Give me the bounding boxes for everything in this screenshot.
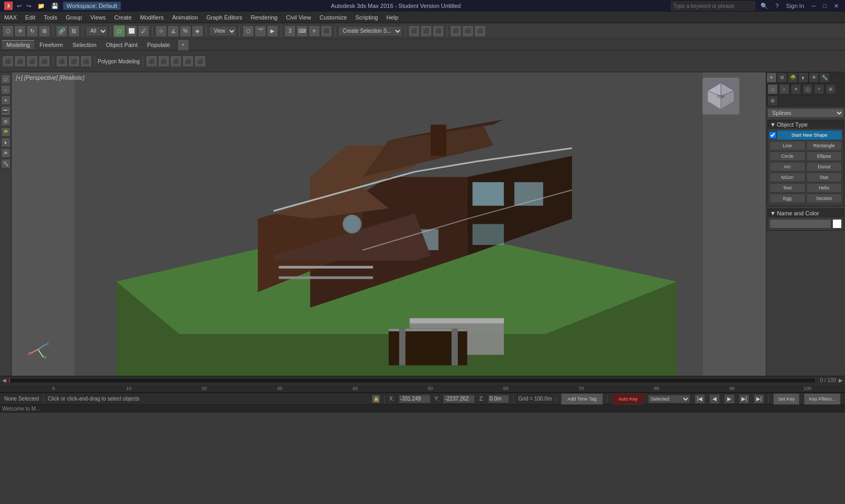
pm-btn10[interactable]: ⬛ [170, 55, 182, 67]
btn-egg[interactable]: Egg [769, 194, 805, 203]
hierarchy-btn[interactable]: ⬛ [433, 25, 444, 37]
pm-btn6[interactable]: ⬛ [68, 55, 80, 67]
play-btn[interactable]: ▶ [724, 394, 735, 404]
percent-snap-btn[interactable]: % [180, 25, 191, 37]
modify-btn[interactable]: ⚙ [1, 117, 11, 126]
create-cameras-btn[interactable]: 📷 [1, 106, 11, 116]
pm-btn1[interactable]: ⬛ [2, 55, 14, 67]
maximize-button[interactable]: □ [821, 2, 829, 9]
tab-populate[interactable]: Populate [143, 41, 174, 49]
snap-3d-btn[interactable]: ⊹ [155, 25, 167, 37]
name-color-header[interactable]: ▼ Name and Color [768, 209, 843, 217]
mirror-btn[interactable]: ⬛ [408, 25, 420, 37]
unlink-btn[interactable]: ⛓ [68, 25, 80, 37]
pm-btn8[interactable]: ⬛ [146, 55, 157, 67]
help-button[interactable]: ? [773, 2, 781, 9]
rp-shapes-icon[interactable]: ○ [779, 84, 790, 94]
next-frame-btn[interactable]: ▶| [739, 394, 749, 404]
menu-animation[interactable]: Animation [168, 13, 202, 22]
pm-btn2[interactable]: ⬛ [14, 55, 26, 67]
select-paint-btn[interactable]: 🖊 [138, 25, 149, 37]
auto-key-btn[interactable]: Auto Key [612, 393, 644, 405]
y-input[interactable] [443, 395, 475, 403]
selected-dropdown[interactable]: Selected [648, 395, 690, 403]
menu-civil-view[interactable]: Civil View [281, 13, 315, 22]
go-start-btn[interactable]: |◀ [694, 394, 705, 404]
material-editor-btn[interactable]: ⬡ [242, 25, 254, 37]
render-setup-btn[interactable]: 🎬 [255, 25, 266, 37]
tab-object-paint[interactable]: Object Paint [102, 41, 142, 49]
z-input[interactable] [488, 395, 509, 403]
select-mode-btn[interactable]: ◻ [114, 25, 125, 37]
spinner-snap-btn[interactable]: ◈ [192, 25, 203, 37]
view-dropdown[interactable]: View [209, 26, 237, 36]
rp-tab-motion[interactable]: ⏵ [798, 72, 809, 83]
menu-tools[interactable]: Tools [40, 13, 62, 22]
pm-btn7[interactable]: ⬛ [80, 55, 92, 67]
schematic-btn[interactable]: ⬛ [474, 25, 486, 37]
btn-donut[interactable]: Donut [806, 162, 842, 172]
menu-help[interactable]: Help [382, 13, 403, 22]
filter-dropdown[interactable]: All [86, 26, 108, 36]
btn-text[interactable]: Text [769, 183, 805, 193]
pm-btn12[interactable]: ⬛ [194, 55, 206, 67]
search-input[interactable] [671, 1, 755, 11]
menu-scripting[interactable]: Scripting [351, 13, 382, 22]
create-geometry-btn[interactable]: ⬡ [1, 74, 11, 84]
prev-frame-btn[interactable]: ◀ [709, 394, 720, 404]
save-button[interactable]: 💾 [49, 2, 61, 10]
btn-circle[interactable]: Circle [769, 151, 805, 161]
rp-geometry-icon[interactable]: ◇ [767, 84, 778, 94]
menu-rendering[interactable]: Rendering [247, 13, 282, 22]
move-btn[interactable]: ✛ [14, 25, 26, 37]
utility-btn[interactable]: 🔧 [1, 159, 11, 168]
viewport[interactable]: [+] [Perspective] [Realistic] [12, 72, 766, 376]
search-button[interactable]: 🔍 [758, 2, 770, 10]
keying-btn[interactable]: ⌨ [296, 25, 308, 37]
menu-customize[interactable]: Customize [315, 13, 351, 22]
extra-subtb-btn[interactable]: + [177, 39, 189, 51]
btn-ngon[interactable]: NGon [769, 173, 805, 182]
angle-snap-btn[interactable]: ∡ [167, 25, 179, 37]
timeline-track[interactable] [8, 378, 815, 383]
menu-max[interactable]: MAX [0, 13, 21, 22]
undo-button[interactable]: ↩ [15, 2, 24, 10]
pm-btn5[interactable]: ⬛ [56, 55, 68, 67]
display-btn[interactable]: 👁 [1, 148, 11, 158]
menu-group[interactable]: Group [62, 13, 87, 22]
add-time-tag-btn[interactable]: Add Time Tag [561, 393, 603, 405]
open-file-button[interactable]: 📁 [35, 2, 47, 10]
rp-helpers-icon[interactable]: + [814, 84, 824, 94]
timeline-right-arrow[interactable]: ▶ [839, 377, 843, 383]
rotate-btn[interactable]: ↻ [26, 25, 38, 37]
rp-lights-icon[interactable]: ☀ [791, 84, 801, 94]
tab-selection[interactable]: Selection [68, 41, 100, 49]
btn-section[interactable]: Section [806, 194, 842, 203]
minimize-button[interactable]: ─ [810, 2, 818, 9]
motion-btn[interactable]: ⏵ [1, 138, 11, 147]
workspace-selector[interactable]: Workspace: Default [63, 2, 121, 10]
menu-edit[interactable]: Edit [21, 13, 40, 22]
splines-dropdown[interactable]: Splines [767, 108, 844, 118]
anim2-btn[interactable]: ⬛ [321, 25, 332, 37]
hierarchy-btn2[interactable]: 🌳 [1, 127, 11, 137]
sign-in-button[interactable]: Sign In [784, 2, 806, 9]
align-btn[interactable]: ⬛ [420, 25, 432, 37]
menu-views[interactable]: Views [86, 13, 110, 22]
rp-tab-hierarchy[interactable]: 🌳 [787, 72, 798, 83]
link-btn[interactable]: 🔗 [56, 25, 68, 37]
rp-tab-create[interactable]: ✦ [766, 72, 777, 83]
tab-modeling[interactable]: Modeling [2, 40, 34, 49]
btn-line[interactable]: Line [769, 141, 805, 150]
create-lights-btn[interactable]: ☀ [1, 96, 11, 105]
btn-arc[interactable]: Arc [769, 162, 805, 172]
navigation-cube[interactable]: TOP [702, 78, 739, 115]
close-button[interactable]: ✕ [832, 2, 841, 10]
rp-spacewarps-icon[interactable]: ⊕ [825, 84, 836, 94]
rp-tab-utility[interactable]: 🔧 [819, 72, 830, 83]
name-field[interactable] [769, 219, 831, 229]
pm-btn4[interactable]: ⬛ [39, 55, 50, 67]
curve-editor-btn[interactable]: ⬛ [462, 25, 474, 37]
menu-create[interactable]: Create [110, 13, 136, 22]
select-region-btn[interactable]: ⬜ [126, 25, 137, 37]
